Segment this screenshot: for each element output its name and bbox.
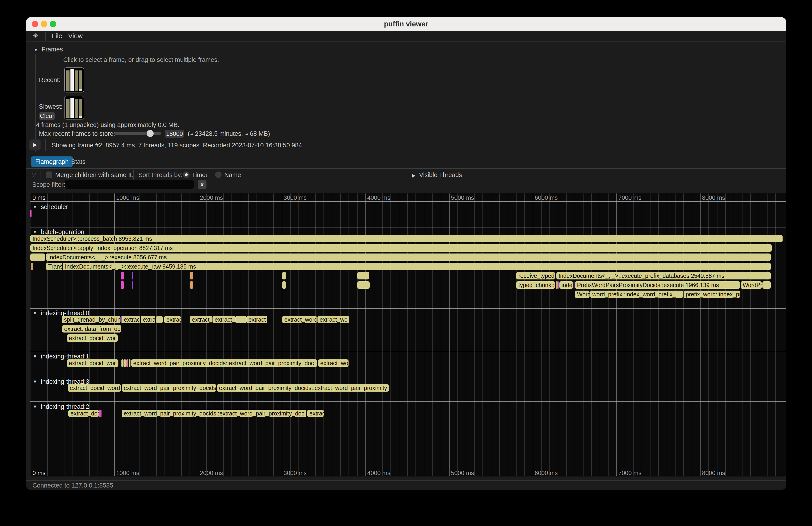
scope-bar[interactable]: IndexDocuments<_, _>::execute_raw 8459.1… (63, 263, 771, 270)
time-axis-label-top: 1000 ms (116, 194, 139, 201)
thread-label: indexing-thread:0 (41, 310, 89, 317)
scope-bar[interactable]: PrefixWordPairsProximityDocids::execute … (575, 281, 740, 289)
scope-bar[interactable]: extract (122, 316, 140, 323)
collapse-triangle-icon: ▼ (33, 204, 39, 209)
time-axis-label-bottom: 7000 ms (618, 469, 641, 477)
scope-bar[interactable]: extract_ (213, 316, 236, 323)
section-separator (30, 228, 786, 228)
scope-bar[interactable] (282, 281, 286, 289)
divider (26, 480, 786, 481)
thread-label: scheduler (41, 203, 68, 210)
scope-bar[interactable] (190, 281, 193, 289)
scope-bar[interactable]: IndexScheduler>::process_batch 8953.821 … (30, 235, 783, 243)
scope-bar[interactable] (574, 281, 575, 289)
scope-bar[interactable] (121, 316, 122, 323)
axis-separator (30, 201, 786, 202)
scope-bar[interactable] (282, 272, 286, 279)
scope-bar[interactable]: WordPr (741, 281, 762, 289)
time-axis-label-top: 8000 ms (702, 194, 725, 201)
scope-bar[interactable] (357, 281, 369, 289)
scope-bar[interactable] (99, 410, 102, 417)
scope-bar[interactable] (190, 272, 193, 279)
time-axis-label-bottom: 4000 ms (367, 469, 390, 477)
scope-bar[interactable] (30, 210, 31, 217)
scope-bar[interactable] (357, 272, 369, 279)
scope-bar[interactable] (763, 281, 771, 289)
thread-header-batch-operation[interactable]: ▼ batch-operation (33, 229, 84, 235)
flamegraph-layer: 0 ms1000 ms2000 ms3000 ms4000 ms5000 ms6… (26, 17, 786, 490)
scope-bar[interactable] (558, 281, 559, 289)
scope-bar[interactable]: prefix_word::index_prefix_wo (684, 291, 740, 298)
scope-bar[interactable]: split_grenad_by_chun (62, 316, 120, 323)
time-axis-label-bottom: 6000 ms (535, 469, 558, 477)
scope-bar[interactable]: extrac (307, 410, 324, 417)
scope-bar[interactable] (124, 360, 126, 367)
scope-bar[interactable] (121, 272, 124, 279)
scope-bar[interactable]: extra (141, 316, 155, 323)
scope-bar[interactable]: extract_docid_wor (67, 334, 118, 342)
scope-bar[interactable]: extract_word_pair_proximity_docids::extr… (122, 410, 306, 417)
scope-bar[interactable]: extract_doc (68, 410, 99, 417)
scope-bar[interactable]: index (560, 281, 573, 289)
scope-bar[interactable] (132, 272, 133, 279)
section-separator (30, 308, 786, 309)
scope-bar[interactable]: Word (575, 291, 590, 298)
scope-bar[interactable] (156, 316, 163, 323)
section-separator (30, 401, 786, 401)
scope-bar[interactable] (236, 316, 246, 323)
scope-bar[interactable]: extract (246, 316, 267, 323)
time-axis-label-bottom: 1000 ms (116, 469, 139, 477)
scope-bar[interactable]: IndexDocuments<_, _>::execute 8656.677 m… (46, 253, 771, 261)
scope-bar[interactable]: extrac (164, 316, 181, 323)
collapse-triangle-icon: ▼ (33, 379, 39, 384)
collapse-triangle-icon: ▼ (33, 354, 39, 359)
thread-label: indexing-thread:1 (41, 353, 89, 360)
scope-bar[interactable] (121, 360, 124, 367)
scope-bar[interactable]: extract_wo (318, 360, 349, 367)
time-axis-label-top: 5000 ms (451, 194, 474, 201)
time-axis-label-top: 0 ms (32, 194, 45, 201)
scope-bar[interactable]: extract_word_pair_proximity_docids (122, 384, 216, 392)
scope-bar[interactable]: extract_word (282, 316, 317, 323)
collapse-triangle-icon: ▼ (33, 230, 39, 234)
panel-bottom-edge (30, 476, 786, 477)
connection-status: Connected to 127.0.0.1:8585 (32, 482, 113, 489)
scope-bar[interactable]: typed_chunk::w (516, 281, 555, 289)
scope-bar[interactable] (132, 281, 133, 289)
scope-bar[interactable]: extract_ (190, 316, 212, 323)
scope-bar[interactable] (556, 281, 558, 289)
scope-bar[interactable]: Trans (46, 263, 62, 270)
scope-bar[interactable]: word_prefix::index_word_prefix_ (590, 291, 683, 298)
collapse-triangle-icon: ▼ (33, 404, 39, 409)
scope-bar[interactable]: receive_typed_ (516, 272, 555, 279)
thread-header-scheduler[interactable]: ▼ scheduler (33, 203, 68, 210)
scope-bar[interactable] (129, 360, 130, 367)
time-axis-label-top: 4000 ms (367, 194, 390, 201)
time-axis-label-bottom: 8000 ms (702, 469, 725, 477)
time-axis-label-bottom: 5000 ms (451, 469, 474, 477)
desktop: { "window": {"title": "puffin viewer"}, … (0, 0, 812, 526)
scope-bar[interactable] (126, 360, 128, 367)
time-axis-label-bottom: 0 ms (32, 469, 45, 477)
scope-bar[interactable] (30, 253, 45, 261)
time-axis-label-bottom: 3000 ms (284, 469, 307, 477)
scope-bar[interactable]: extract::data_from_ob (62, 325, 121, 333)
time-axis-label-top: 6000 ms (535, 194, 558, 201)
time-axis-label-top: 7000 ms (618, 194, 641, 201)
scope-bar[interactable]: extract_docid_wor (67, 360, 118, 367)
thread-label: indexing-thread:2 (41, 403, 89, 410)
time-axis-label-top: 2000 ms (200, 194, 223, 201)
scope-bar[interactable] (31, 263, 33, 270)
scope-bar[interactable]: IndexDocuments<_, _>::execute_prefix_dat… (556, 272, 771, 279)
scope-bar[interactable]: extract_docid_word (68, 384, 121, 392)
thread-header-indexing-thread:2[interactable]: ▼ indexing-thread:2 (33, 403, 89, 410)
scope-bar[interactable]: extract_word_pair_proximity_docids::extr… (131, 360, 317, 367)
scope-bar[interactable]: IndexScheduler>::apply_index_operation 8… (30, 244, 772, 252)
thread-header-indexing-thread:1[interactable]: ▼ indexing-thread:1 (33, 353, 89, 360)
section-separator (30, 376, 786, 376)
scope-bar[interactable]: extract_word_pair_proximity_docids::extr… (217, 384, 389, 392)
time-axis-label-top: 3000 ms (284, 194, 307, 201)
scope-bar[interactable] (121, 281, 124, 289)
thread-header-indexing-thread:0[interactable]: ▼ indexing-thread:0 (33, 310, 89, 317)
scope-bar[interactable]: extract_wo (318, 316, 349, 323)
